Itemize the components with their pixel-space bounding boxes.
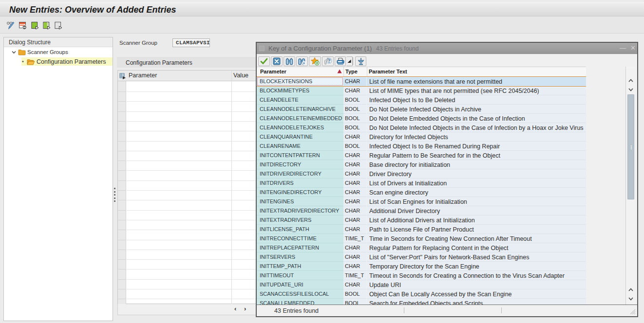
svg-text:?: ?: [328, 57, 331, 64]
